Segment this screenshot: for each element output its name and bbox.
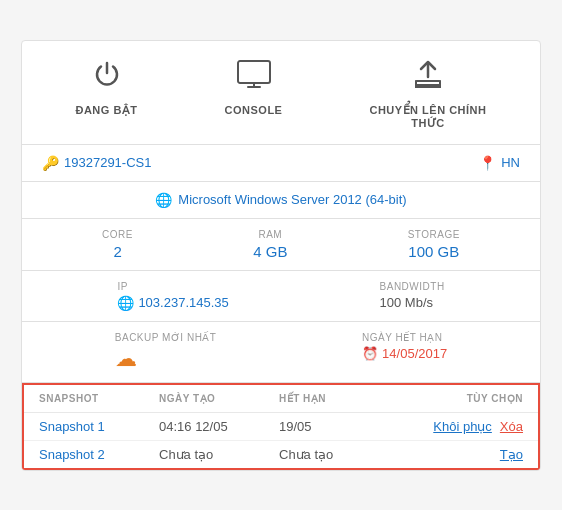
svg-rect-0 [238,61,270,83]
power-icon [91,59,123,98]
ram-spec: RAM 4 GB [253,229,287,260]
storage-spec: STORAGE 100 GB [408,229,460,260]
restore-button[interactable]: Khôi phục [433,419,492,434]
top-actions: ĐANG BẬT CONSOLE CHUYỂN LÊN [22,41,540,145]
ram-value: 4 GB [253,243,287,260]
snapshot-header: SNAPSHOT NGÀY TẠO HẾT HẠN TÙY CHỌN [24,385,538,413]
svg-rect-1 [416,81,440,85]
key-icon: 🔑 [42,155,59,171]
backup-item: BACKUP MỚI NHẤT ☁ [115,332,217,372]
power-action[interactable]: ĐANG BẬT [75,59,137,130]
ip-value: 🌐 103.237.145.35 [117,295,228,311]
snapshot-2-expiry: Chưa tạo [279,447,379,462]
specs-row: CORE 2 RAM 4 GB STORAGE 100 GB [22,219,540,271]
bandwidth-value: 100 Mb/s [380,295,433,310]
storage-value: 100 GB [408,243,459,260]
network-row: IP 🌐 103.237.145.35 BANDWIDTH 100 Mb/s [22,271,540,322]
delete-button[interactable]: Xóa [500,419,523,434]
snapshot-row-1: Snapshot 1 04:16 12/05 19/05 Khôi phục X… [24,413,538,441]
ip-label: IP [117,281,127,292]
create-button[interactable]: Tạo [500,447,523,462]
date-col-header: NGÀY TẠO [159,393,279,404]
os-name: Microsoft Windows Server 2012 (64-bit) [178,192,406,207]
core-spec: CORE 2 [102,229,133,260]
server-id-item: 🔑 19327291-CS1 [42,155,151,171]
snapshot-col-header: SNAPSHOT [39,393,159,404]
snapshot-1-expiry: 19/05 [279,419,379,434]
console-action[interactable]: CONSOLE [225,59,283,130]
expiry-col-header: HẾT HẠN [279,393,379,404]
expiry-label: NGÀY HẾT HẠN [362,332,442,343]
expiry-item: NGÀY HẾT HẠN ⏰ 14/05/2017 [362,332,447,372]
storage-label: STORAGE [408,229,460,240]
snapshot-section: SNAPSHOT NGÀY TẠO HẾT HẠN TÙY CHỌN Snaps… [22,383,540,470]
os-icon: 🌐 [155,192,172,208]
core-value: 2 [113,243,121,260]
snapshot-row-2: Snapshot 2 Chưa tạo Chưa tạo Tạo [24,441,538,468]
snapshot-1-name: Snapshot 1 [39,419,159,434]
ram-label: RAM [258,229,282,240]
expiry-value: ⏰ 14/05/2017 [362,346,447,361]
server-id[interactable]: 19327291-CS1 [64,155,151,170]
snapshot-2-name: Snapshot 2 [39,447,159,462]
location-item: 📍 HN [479,155,520,171]
backup-row: BACKUP MỚI NHẤT ☁ NGÀY HẾT HẠN ⏰ 14/05/2… [22,322,540,383]
location: HN [501,155,520,170]
clock-icon: ⏰ [362,346,378,361]
promote-action[interactable]: CHUYỂN LÊN CHÍNH THỨC [369,59,486,130]
snapshot-1-date: 04:16 12/05 [159,419,279,434]
server-card: ĐANG BẬT CONSOLE CHUYỂN LÊN [21,40,541,471]
options-col-header: TÙY CHỌN [379,393,523,404]
location-icon: 📍 [479,155,496,171]
snapshot-2-date: Chưa tạo [159,447,279,462]
promote-label: CHUYỂN LÊN CHÍNH THỨC [369,104,486,130]
snapshot-1-options: Khôi phục Xóa [379,419,523,434]
snapshot-2-options: Tạo [379,447,523,462]
ip-item: IP 🌐 103.237.145.35 [117,281,228,311]
globe-icon: 🌐 [117,295,134,311]
power-label: ĐANG BẬT [75,104,137,117]
backup-icon: ☁ [115,346,137,372]
promote-icon [412,59,444,98]
backup-label: BACKUP MỚI NHẤT [115,332,217,343]
os-row: 🌐 Microsoft Windows Server 2012 (64-bit) [22,182,540,219]
server-id-row: 🔑 19327291-CS1 📍 HN [22,145,540,182]
bandwidth-label: BANDWIDTH [380,281,445,292]
console-label: CONSOLE [225,104,283,116]
core-label: CORE [102,229,133,240]
bandwidth-item: BANDWIDTH 100 Mb/s [380,281,445,311]
console-icon [236,59,272,98]
